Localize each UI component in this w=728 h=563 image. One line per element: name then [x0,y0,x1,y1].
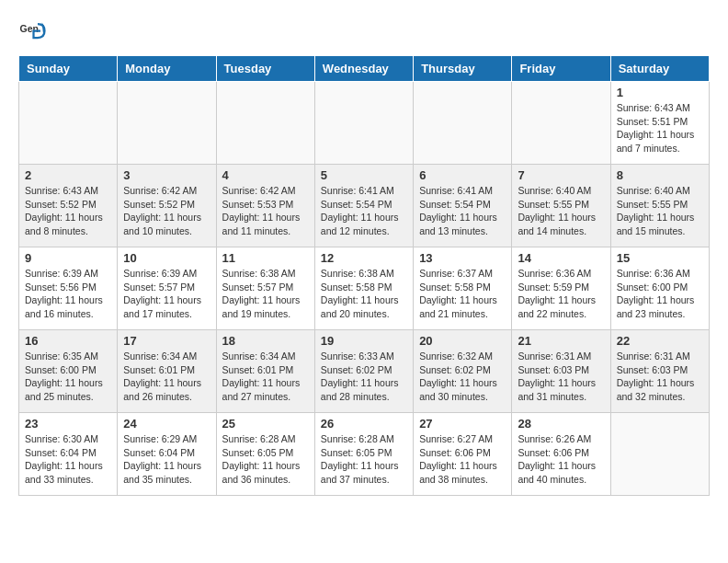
day-info: Sunrise: 6:38 AM Sunset: 5:58 PM Dayligh… [321,267,407,321]
calendar-day-cell: 26Sunrise: 6:28 AM Sunset: 6:05 PM Dayli… [314,413,413,496]
day-info: Sunrise: 6:26 AM Sunset: 6:06 PM Dayligh… [518,432,604,487]
calendar-day-cell [216,82,314,165]
calendar-day-cell: 9Sunrise: 6:39 AM Sunset: 5:56 PM Daylig… [19,247,118,330]
calendar-day-cell: 20Sunrise: 6:32 AM Sunset: 6:02 PM Dayli… [414,330,512,413]
day-info: Sunrise: 6:34 AM Sunset: 6:01 PM Dayligh… [222,350,309,404]
day-number: 8 [617,168,703,182]
calendar-day-cell [314,82,413,165]
day-info: Sunrise: 6:39 AM Sunset: 5:57 PM Dayligh… [123,267,210,321]
calendar-day-cell: 6Sunrise: 6:41 AM Sunset: 5:54 PM Daylig… [414,165,512,247]
weekday-header: Monday [118,56,216,82]
day-number: 3 [123,168,210,182]
calendar-day-cell: 11Sunrise: 6:38 AM Sunset: 5:57 PM Dayli… [216,247,314,330]
calendar-day-cell: 19Sunrise: 6:33 AM Sunset: 6:02 PM Dayli… [314,330,413,413]
day-number: 15 [617,251,703,265]
day-info: Sunrise: 6:37 AM Sunset: 5:58 PM Dayligh… [419,267,506,321]
day-number: 27 [419,417,506,431]
day-info: Sunrise: 6:35 AM Sunset: 6:00 PM Dayligh… [25,350,111,404]
calendar-day-cell: 24Sunrise: 6:29 AM Sunset: 6:04 PM Dayli… [118,413,216,496]
day-number: 11 [222,251,309,265]
day-info: Sunrise: 6:27 AM Sunset: 6:06 PM Dayligh… [419,432,506,487]
day-number: 24 [123,417,210,431]
weekday-header: Saturday [610,56,709,82]
day-info: Sunrise: 6:43 AM Sunset: 5:51 PM Dayligh… [617,101,703,155]
day-number: 4 [222,168,309,182]
day-number: 23 [25,417,111,431]
calendar-day-cell [118,82,216,165]
calendar-day-cell: 4Sunrise: 6:42 AM Sunset: 5:53 PM Daylig… [216,165,314,247]
day-info: Sunrise: 6:31 AM Sunset: 6:03 PM Dayligh… [518,350,604,404]
day-info: Sunrise: 6:33 AM Sunset: 6:02 PM Dayligh… [321,350,407,404]
calendar-day-cell: 13Sunrise: 6:37 AM Sunset: 5:58 PM Dayli… [414,247,512,330]
day-number: 7 [518,168,604,182]
day-info: Sunrise: 6:34 AM Sunset: 6:01 PM Dayligh… [123,350,210,404]
calendar-day-cell: 23Sunrise: 6:30 AM Sunset: 6:04 PM Dayli… [19,413,118,496]
day-number: 16 [25,334,111,348]
calendar-table: SundayMondayTuesdayWednesdayThursdayFrid… [18,55,710,496]
day-info: Sunrise: 6:41 AM Sunset: 5:54 PM Dayligh… [419,184,506,238]
day-number: 25 [222,417,309,431]
calendar-day-cell: 17Sunrise: 6:34 AM Sunset: 6:01 PM Dayli… [118,330,216,413]
calendar-day-cell: 28Sunrise: 6:26 AM Sunset: 6:06 PM Dayli… [512,413,610,496]
day-info: Sunrise: 6:41 AM Sunset: 5:54 PM Dayligh… [321,184,407,238]
day-number: 19 [321,334,407,348]
calendar-day-cell: 10Sunrise: 6:39 AM Sunset: 5:57 PM Dayli… [118,247,216,330]
day-number: 18 [222,334,309,348]
calendar-week-row: 2Sunrise: 6:43 AM Sunset: 5:52 PM Daylig… [19,165,710,247]
day-info: Sunrise: 6:43 AM Sunset: 5:52 PM Dayligh… [25,184,111,238]
calendar-day-cell [414,82,512,165]
calendar-day-cell [512,82,610,165]
day-number: 1 [617,86,703,99]
calendar-week-row: 23Sunrise: 6:30 AM Sunset: 6:04 PM Dayli… [19,413,710,496]
day-number: 28 [518,417,604,431]
day-info: Sunrise: 6:28 AM Sunset: 6:05 PM Dayligh… [222,432,309,487]
calendar-day-cell: 7Sunrise: 6:40 AM Sunset: 5:55 PM Daylig… [512,165,610,247]
day-info: Sunrise: 6:28 AM Sunset: 6:05 PM Dayligh… [321,432,407,487]
weekday-header: Thursday [414,56,512,82]
calendar-day-cell: 25Sunrise: 6:28 AM Sunset: 6:05 PM Dayli… [216,413,314,496]
calendar-day-cell: 2Sunrise: 6:43 AM Sunset: 5:52 PM Daylig… [19,165,118,247]
day-info: Sunrise: 6:40 AM Sunset: 5:55 PM Dayligh… [617,184,703,238]
day-number: 9 [25,251,111,265]
day-number: 21 [518,334,604,348]
day-number: 5 [321,168,407,182]
day-number: 20 [419,334,506,348]
weekday-header: Wednesday [314,56,413,82]
calendar-week-row: 9Sunrise: 6:39 AM Sunset: 5:56 PM Daylig… [19,247,710,330]
day-number: 2 [25,168,111,182]
calendar-week-row: 1Sunrise: 6:43 AM Sunset: 5:51 PM Daylig… [19,82,710,165]
calendar-day-cell: 16Sunrise: 6:35 AM Sunset: 6:00 PM Dayli… [19,330,118,413]
day-info: Sunrise: 6:32 AM Sunset: 6:02 PM Dayligh… [419,350,506,404]
day-info: Sunrise: 6:36 AM Sunset: 5:59 PM Dayligh… [518,267,604,321]
weekday-header: Friday [512,56,610,82]
day-number: 13 [419,251,506,265]
day-info: Sunrise: 6:29 AM Sunset: 6:04 PM Dayligh… [123,432,210,487]
logo: Gen [18,18,50,46]
day-info: Sunrise: 6:40 AM Sunset: 5:55 PM Dayligh… [518,184,604,238]
calendar-day-cell: 5Sunrise: 6:41 AM Sunset: 5:54 PM Daylig… [314,165,413,247]
calendar-day-cell: 21Sunrise: 6:31 AM Sunset: 6:03 PM Dayli… [512,330,610,413]
calendar-day-cell: 14Sunrise: 6:36 AM Sunset: 5:59 PM Dayli… [512,247,610,330]
calendar-day-cell: 18Sunrise: 6:34 AM Sunset: 6:01 PM Dayli… [216,330,314,413]
day-info: Sunrise: 6:38 AM Sunset: 5:57 PM Dayligh… [222,267,309,321]
calendar-day-cell: 27Sunrise: 6:27 AM Sunset: 6:06 PM Dayli… [414,413,512,496]
day-info: Sunrise: 6:31 AM Sunset: 6:03 PM Dayligh… [617,350,703,404]
calendar-day-cell [610,413,709,496]
day-number: 17 [123,334,210,348]
day-number: 12 [321,251,407,265]
calendar-day-cell: 8Sunrise: 6:40 AM Sunset: 5:55 PM Daylig… [610,165,709,247]
day-info: Sunrise: 6:36 AM Sunset: 6:00 PM Dayligh… [617,267,703,321]
day-info: Sunrise: 6:39 AM Sunset: 5:56 PM Dayligh… [25,267,111,321]
calendar-day-cell [19,82,118,165]
calendar-day-cell: 15Sunrise: 6:36 AM Sunset: 6:00 PM Dayli… [610,247,709,330]
day-number: 22 [617,334,703,348]
svg-text:Gen: Gen [20,23,39,34]
calendar-day-cell: 3Sunrise: 6:42 AM Sunset: 5:52 PM Daylig… [118,165,216,247]
calendar-header-row: SundayMondayTuesdayWednesdayThursdayFrid… [19,56,710,82]
day-info: Sunrise: 6:42 AM Sunset: 5:53 PM Dayligh… [222,184,309,238]
weekday-header: Tuesday [216,56,314,82]
day-number: 26 [321,417,407,431]
calendar-day-cell: 12Sunrise: 6:38 AM Sunset: 5:58 PM Dayli… [314,247,413,330]
calendar-week-row: 16Sunrise: 6:35 AM Sunset: 6:00 PM Dayli… [19,330,710,413]
day-number: 10 [123,251,210,265]
